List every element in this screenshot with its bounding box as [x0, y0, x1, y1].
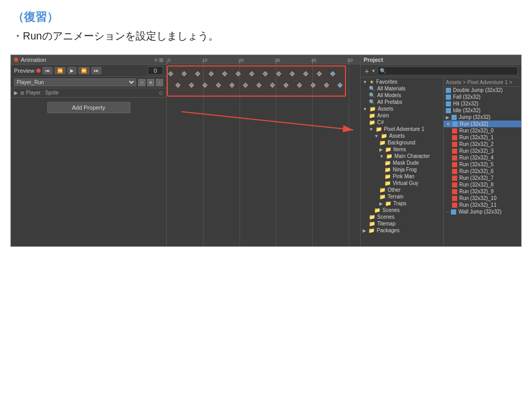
- tree-item-traps[interactable]: ▶ 📁 Traps: [361, 200, 443, 207]
- kf-2-9[interactable]: [297, 83, 302, 88]
- other-label: Other: [388, 187, 401, 193]
- tree-item-anim[interactable]: 📁 Anim: [361, 112, 443, 119]
- go-start-btn[interactable]: ⏮: [43, 67, 52, 74]
- all-models-search-icon: 🔍: [369, 92, 375, 98]
- asset-run-5[interactable]: Run (32x32)_5: [444, 161, 521, 168]
- asset-run-7[interactable]: Run (32x32)_7: [444, 175, 521, 181]
- kf-2-3[interactable]: [216, 83, 221, 88]
- play-btn[interactable]: ▶: [68, 67, 76, 74]
- run-1-icon: [452, 135, 457, 140]
- asset-run-11[interactable]: Run (32x32)_11: [444, 202, 521, 208]
- asset-run-2[interactable]: Run (32x32)_2: [444, 141, 521, 148]
- record-btn[interactable]: [36, 69, 41, 73]
- kf-2-5[interactable]: [243, 83, 248, 88]
- kf-2-4[interactable]: [230, 83, 235, 88]
- tree-item-items[interactable]: ▶ 📁 Items: [361, 146, 443, 153]
- kf-1-0[interactable]: [168, 71, 174, 76]
- proj-add-btn[interactable]: +: [364, 67, 370, 75]
- clip-icon-1[interactable]: ◇: [138, 79, 145, 86]
- asset-run[interactable]: ▼ Run (32x32): [444, 121, 521, 127]
- tree-item-scenes-inner[interactable]: 📁 Scenes: [361, 207, 443, 214]
- run-0-icon: [452, 128, 457, 134]
- asset-run-8[interactable]: Run (32x32)_8: [444, 181, 521, 188]
- run-9-icon: [452, 189, 457, 194]
- kf-2-2[interactable]: [203, 83, 208, 88]
- proj-dropdown-icon[interactable]: ▾: [372, 68, 375, 74]
- tree-item-virtual-guy[interactable]: 📁 Virtual Guy: [361, 180, 443, 187]
- clip-select[interactable]: Player_Run: [14, 78, 136, 86]
- add-property-button[interactable]: Add Property: [47, 102, 130, 113]
- asset-run-9[interactable]: Run (32x32)_9: [444, 188, 521, 195]
- kf-1-9[interactable]: [290, 71, 295, 76]
- assets-breadcrumb: Assets > Pixel Adventure 1 >: [444, 78, 521, 87]
- timeline-content[interactable]: [167, 64, 360, 246]
- tree-item-pixel-adventure[interactable]: ▼ 📁 Pixel Adventure 1: [361, 126, 443, 132]
- tree-item-background[interactable]: 📁 Background: [361, 139, 443, 146]
- asset-idle[interactable]: Idle (32x32): [444, 107, 521, 114]
- tree-item-pa-assets[interactable]: ▼ 📁 Assets: [361, 132, 443, 139]
- tree-item-packages[interactable]: ▶ 📁 Packages: [361, 227, 443, 234]
- tree-item-main-character[interactable]: ▼ 📁 Main Character: [361, 153, 443, 159]
- kf-2-10[interactable]: [311, 83, 316, 88]
- kf-2-0[interactable]: [176, 83, 181, 88]
- tree-item-ninja-frog[interactable]: 📁 Ninja Frog: [361, 166, 443, 173]
- tree-item-tilemap[interactable]: 📁 Tilemap: [361, 220, 443, 227]
- run-1-label: Run (32x32)_1: [459, 135, 494, 140]
- asset-run-1[interactable]: Run (32x32)_1: [444, 134, 521, 141]
- clip-icon-3[interactable]: ↕: [156, 79, 163, 86]
- tree-item-other[interactable]: 📁 Other: [361, 187, 443, 193]
- kf-2-8[interactable]: [284, 83, 289, 88]
- run-0-label: Run (32x32)_0: [459, 128, 494, 134]
- tree-item-all-materials[interactable]: 🔍 All Materials: [361, 85, 443, 92]
- kf-1-5[interactable]: [236, 71, 241, 76]
- anim-property-header: ▶ ⊞ Player : Sprite ◇: [11, 88, 166, 98]
- tree-item-pink-man[interactable]: 📁 Pink Man: [361, 173, 443, 180]
- tree-item-csharp[interactable]: 📁 C#: [361, 119, 443, 126]
- asset-run-0[interactable]: Run (32x32)_0: [444, 127, 521, 134]
- asset-jump[interactable]: ▶ Jump (32x32): [444, 114, 521, 121]
- asset-run-10[interactable]: Run (32x32)_10: [444, 195, 521, 202]
- tree-item-all-models[interactable]: 🔍 All Models: [361, 92, 443, 99]
- asset-double-jump[interactable]: Double Jump (32x32): [444, 87, 521, 94]
- project-toolbar: + ▾: [361, 65, 521, 77]
- kf-1-2[interactable]: [195, 71, 201, 76]
- next-frame-btn[interactable]: ⏩: [78, 67, 89, 74]
- asset-fall[interactable]: Fall (32x32): [444, 94, 521, 100]
- asset-hit[interactable]: Hit (32x32): [444, 100, 521, 107]
- title-review: （復習）: [12, 9, 520, 25]
- kf-1-10[interactable]: [303, 71, 309, 76]
- tree-item-all-prefabs[interactable]: 🔍 All Prefabs: [361, 99, 443, 105]
- kf-2-6[interactable]: [257, 83, 262, 88]
- tree-item-terrain[interactable]: 📁 Terrain: [361, 193, 443, 200]
- kf-1-12[interactable]: [330, 71, 336, 76]
- asset-run-6[interactable]: Run (32x32)_6: [444, 168, 521, 175]
- kf-1-4[interactable]: [222, 71, 228, 76]
- vgrid-10: [203, 64, 204, 246]
- prev-frame-btn[interactable]: ⏪: [55, 67, 65, 74]
- prop-expand-icon[interactable]: ▶: [14, 90, 18, 96]
- kf-2-1[interactable]: [189, 83, 194, 88]
- tree-item-assets[interactable]: ▼ 📁 Assets: [361, 105, 443, 112]
- kf-1-6[interactable]: [249, 71, 255, 76]
- timeline-area: 0 10 20 30 40 50: [167, 55, 360, 246]
- go-end-btn[interactable]: ⏭: [91, 67, 101, 74]
- assets-label: Assets: [378, 106, 393, 112]
- asset-run-4[interactable]: Run (32x32)_4: [444, 154, 521, 161]
- kf-2-7[interactable]: [270, 83, 275, 88]
- tree-item-scenes[interactable]: 📁 Scenes: [361, 214, 443, 220]
- kf-2-12[interactable]: [338, 83, 343, 88]
- asset-wall-jump[interactable]: ─ Wall Jump (32x32): [444, 208, 521, 215]
- project-search-input[interactable]: [377, 66, 518, 75]
- kf-1-11[interactable]: [317, 71, 322, 76]
- kf-1-3[interactable]: [209, 71, 214, 76]
- kf-2-11[interactable]: [324, 83, 329, 88]
- tree-item-favorites[interactable]: ▼ ★ Favorites: [361, 78, 443, 85]
- tree-item-mask-dude[interactable]: 📁 Mask Dude: [361, 159, 443, 166]
- asset-run-3[interactable]: Run (32x32)_3: [444, 148, 521, 154]
- project-body: ▼ ★ Favorites 🔍 All Materials 🔍 All Mode…: [361, 77, 521, 246]
- kf-1-8[interactable]: [276, 71, 282, 76]
- clip-icon-2[interactable]: ◈: [147, 79, 154, 86]
- project-panel-header: Project: [361, 55, 521, 65]
- kf-1-1[interactable]: [182, 71, 187, 76]
- kf-1-7[interactable]: [263, 71, 268, 76]
